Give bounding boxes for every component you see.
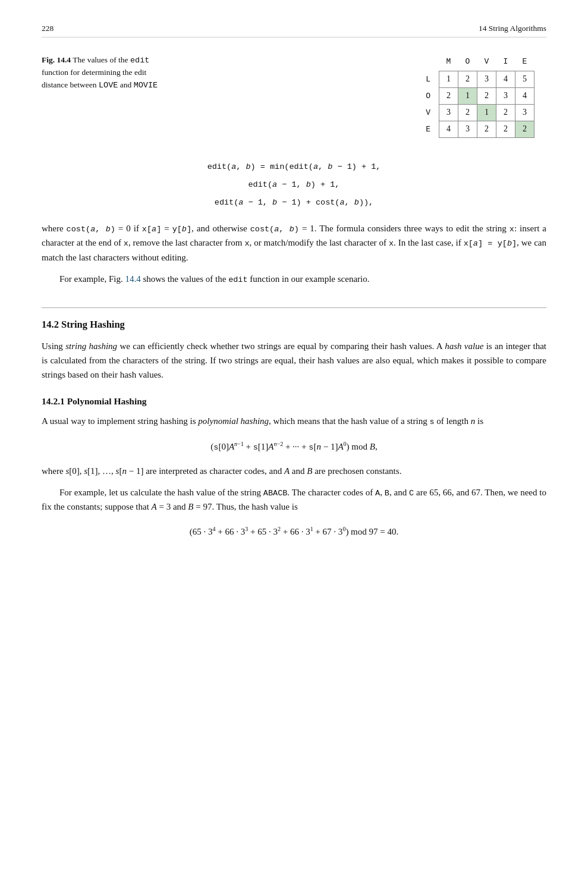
inline-edit: edit xyxy=(228,275,247,284)
fig-code-edit: edit xyxy=(130,56,149,65)
formula-line3-text: edit(a − 1, b − 1) + cost(a, b)), xyxy=(215,198,373,207)
table-row: L 1 2 3 4 5 xyxy=(420,71,534,87)
table-corner xyxy=(420,54,439,71)
chapter-title: 14 String Algorithms xyxy=(479,24,546,33)
cell-V-O: 2 xyxy=(458,104,477,121)
inline-code-cost2: cost(a, b) xyxy=(250,225,299,234)
inline-xa-yb: x[a] = y[b] xyxy=(464,239,517,248)
cell-O-E: 4 xyxy=(515,87,534,104)
cell-E-I: 2 xyxy=(496,121,515,137)
row-header-O: O xyxy=(420,87,439,104)
cell-V-M: 3 xyxy=(439,104,458,121)
final-formula: (65 · 34 + 66 · 33 + 65 · 32 + 66 · 31 +… xyxy=(42,526,546,537)
cell-L-I: 4 xyxy=(496,71,515,87)
cell-V-V: 1 xyxy=(477,104,496,121)
col-header-I: I xyxy=(496,54,515,71)
edit-table-wrapper: M O V I E L 1 2 3 4 5 xyxy=(190,54,546,138)
cell-L-O: 2 xyxy=(458,71,477,87)
section-14-2-label: 14.2 String Hashing xyxy=(42,319,125,330)
italic-n: n xyxy=(471,416,476,426)
inline-A: A xyxy=(375,489,380,498)
formula-edit-call: edit(a, b) = min(edit(a, b − 1) + 1, xyxy=(207,162,381,171)
formula-block: edit(a, b) = min(edit(a, b − 1) + 1, edi… xyxy=(42,157,546,211)
italic-sn1: s xyxy=(116,466,120,476)
edit-table: M O V I E L 1 2 3 4 5 xyxy=(420,54,535,138)
table-row: E 4 3 2 2 2 xyxy=(420,121,534,137)
fig-code-movie: MOVIE xyxy=(134,81,158,90)
col-header-M: M xyxy=(439,54,458,71)
hash-s1: s xyxy=(253,443,258,452)
inline-x2: x xyxy=(124,239,128,248)
cell-O-M: 2 xyxy=(439,87,458,104)
hash-sn1: s xyxy=(309,443,313,452)
cell-O-V: 2 xyxy=(477,87,496,104)
italic-s1: s xyxy=(84,466,87,476)
cell-E-O: 3 xyxy=(458,121,477,137)
cell-L-V: 3 xyxy=(477,71,496,87)
italic-poly-hashing: polynomial hashing xyxy=(198,416,269,426)
cell-E-V: 2 xyxy=(477,121,496,137)
paragraph-2: For example, Fig. 14.4 shows the values … xyxy=(42,272,546,287)
paragraph-6: For example, let us calculate the hash v… xyxy=(42,485,546,514)
italic-hash-value: hash value xyxy=(445,341,483,351)
page-header: 228 14 String Algorithms xyxy=(42,24,546,37)
page-number: 228 xyxy=(42,24,54,33)
fig-label-text: Fig. 14.4 xyxy=(42,55,71,64)
italic-B: B xyxy=(307,466,312,476)
cell-V-E: 3 xyxy=(515,104,534,121)
final-formula-text: (65 · 34 + 66 · 33 + 65 · 32 + 66 · 31 +… xyxy=(190,527,399,536)
inline-code-cost: cost(a, b) xyxy=(67,225,115,234)
hash-formula: (s[0]An−1 + s[1]An−2 + ··· + s[n − 1]A0)… xyxy=(42,441,546,452)
fig-ref-14-4: 14.4 xyxy=(125,274,140,284)
page: 228 14 String Algorithms Fig. 14.4 The v… xyxy=(0,0,588,892)
paragraph-4: A usual way to implement string hashing … xyxy=(42,414,546,429)
indent-space-2 xyxy=(42,485,59,500)
fig-code-love: LOVE xyxy=(99,81,118,90)
inline-B: B xyxy=(385,489,389,498)
italic-B-val: B xyxy=(188,502,193,511)
hash-s0: s xyxy=(213,443,218,452)
cell-O-I: 3 xyxy=(496,87,515,104)
cell-L-E: 5 xyxy=(515,71,534,87)
cell-E-E: 2 xyxy=(515,121,534,137)
paragraph-3: Using string hashing we can efficiently … xyxy=(42,339,546,382)
row-header-E: E xyxy=(420,121,439,137)
formula-line-1: edit(a, b) = min(edit(a, b − 1) + 1, xyxy=(42,157,546,175)
col-header-V: V xyxy=(477,54,496,71)
inline-ABACB: ABACB xyxy=(263,489,288,498)
figure-caption: Fig. 14.4 The values of the edit functio… xyxy=(42,54,172,92)
row-header-V: V xyxy=(420,104,439,121)
paragraph-5: where s[0], s[1], …, s[n − 1] are interp… xyxy=(42,464,546,478)
inline-x4: x xyxy=(389,239,394,248)
cell-L-M: 1 xyxy=(439,71,458,87)
inline-C: C xyxy=(409,489,414,498)
italic-A: A xyxy=(284,466,290,476)
formula-line2-text: edit(a − 1, b) + 1, xyxy=(249,180,340,189)
formula-line-3: edit(a − 1, b − 1) + cost(a, b)), xyxy=(42,193,546,211)
table-row: V 3 2 1 2 3 xyxy=(420,104,534,121)
inline-x-a: x[a] xyxy=(142,225,161,234)
indent-space xyxy=(42,272,59,286)
italic-s-arr: s xyxy=(65,466,69,476)
inline-s: s xyxy=(429,417,434,426)
cell-E-M: 4 xyxy=(439,121,458,137)
cell-V-I: 2 xyxy=(496,104,515,121)
section-14-2-1-label: 14.2.1 Polynomial Hashing xyxy=(42,396,147,406)
inline-x3: x xyxy=(244,239,249,248)
section-14-2-heading: 14.2 String Hashing xyxy=(42,319,546,331)
cell-O-O: 1 xyxy=(458,87,477,104)
table-row: O 2 1 2 3 4 xyxy=(420,87,534,104)
italic-A-val: A xyxy=(152,502,157,511)
inline-x1: x xyxy=(510,225,514,234)
italic-string-hashing: string hashing xyxy=(65,341,117,351)
col-header-E: E xyxy=(515,54,534,71)
hash-formula-text: (s[0]An−1 + s[1]An−2 + ··· + s[n − 1]A0)… xyxy=(210,442,377,451)
figure-label: Fig. 14.4 The values of the edit functio… xyxy=(42,55,158,89)
paragraph-1: where cost(a, b) = 0 if x[a] = y[b], and… xyxy=(42,221,546,265)
section-divider xyxy=(42,307,546,308)
figure-block: Fig. 14.4 The values of the edit functio… xyxy=(42,54,546,138)
row-header-L: L xyxy=(420,71,439,87)
inline-y-b: y[b] xyxy=(172,225,191,234)
col-header-O: O xyxy=(458,54,477,71)
formula-line-2: edit(a − 1, b) + 1, xyxy=(42,175,546,193)
